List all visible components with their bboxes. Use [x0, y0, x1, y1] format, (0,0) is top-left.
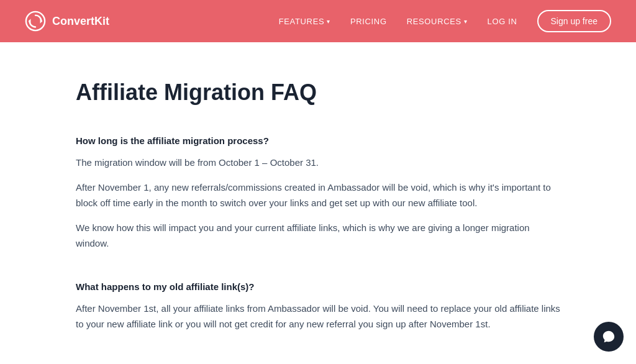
nav-login[interactable]: LOG IN [488, 17, 517, 26]
navbar: ConvertKit FEATURES ▾ PRICING RESOURCES … [0, 0, 636, 42]
faq-answer-1-1: After November 1, any new referrals/comm… [76, 180, 560, 211]
faq-answer-1-2: We know how this will impact you and you… [76, 220, 560, 252]
logo[interactable]: ConvertKit [25, 11, 109, 32]
chat-icon [602, 330, 616, 344]
signup-button[interactable]: Sign up free [537, 10, 612, 32]
page-title: Affiliate Migration FAQ [76, 80, 560, 106]
nav-features[interactable]: FEATURES ▾ [279, 17, 330, 26]
nav-pricing[interactable]: PRICING [350, 17, 387, 26]
chevron-down-icon: ▾ [464, 18, 468, 25]
faq-section-1: How long is the affiliate migration proc… [76, 135, 560, 252]
faq-section-2: What happens to my old affiliate link(s)… [76, 281, 560, 332]
nav-links: FEATURES ▾ PRICING RESOURCES ▾ LOG IN Si… [279, 10, 611, 32]
faq-answer-2-0: After November 1st, all your affiliate l… [76, 301, 560, 332]
chevron-down-icon: ▾ [327, 18, 330, 25]
logo-icon [25, 11, 46, 32]
faq-question-2: What happens to my old affiliate link(s)… [76, 281, 560, 292]
faq-question-1: How long is the affiliate migration proc… [76, 135, 560, 146]
main-content: Affiliate Migration FAQ How long is the … [51, 42, 585, 364]
chat-widget[interactable] [594, 322, 624, 352]
nav-resources[interactable]: RESOURCES ▾ [407, 17, 468, 26]
faq-answer-1-0: The migration window will be from Octobe… [76, 155, 560, 171]
logo-text: ConvertKit [52, 15, 109, 28]
